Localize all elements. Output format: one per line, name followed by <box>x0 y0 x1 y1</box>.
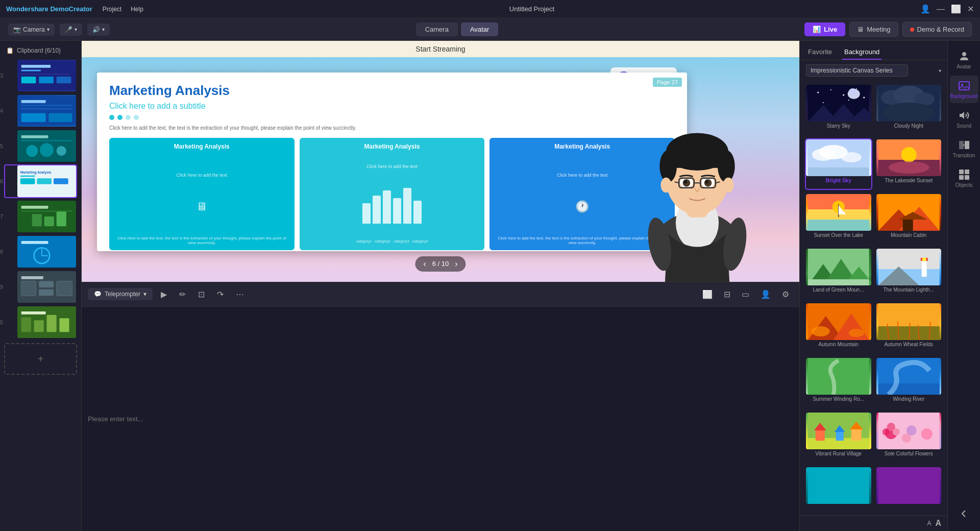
bg-mountain-light[interactable]: The Mountain Lighth... <box>875 248 943 299</box>
svg-point-99 <box>888 161 929 174</box>
mic-tool-btn[interactable]: 🎤 ▾ <box>60 23 82 36</box>
camera-tool-btn[interactable]: 📷 Camera ▾ <box>8 23 55 36</box>
draw-btn[interactable]: ✏ <box>175 287 190 302</box>
tab-favorite[interactable]: Favorite <box>806 45 834 60</box>
bar-3 <box>383 190 391 224</box>
live-button[interactable]: 📊 Live <box>804 22 845 36</box>
filter-arrow-icon: ▾ <box>939 68 941 74</box>
slide-item-5[interactable]: 5 <box>4 129 77 163</box>
svg-rect-162 <box>965 170 969 174</box>
slide-thumb-4 <box>17 95 76 127</box>
bg-thumb-autumn-mtn <box>806 303 871 340</box>
bg-bright-sky[interactable]: Bright Sky <box>805 138 872 190</box>
sidebar-item-sound[interactable]: Sound <box>950 105 978 133</box>
maximize-btn[interactable]: ⬜ <box>951 4 961 14</box>
svg-point-18 <box>57 146 66 156</box>
screen-tool-1[interactable]: ⬜ <box>698 287 717 302</box>
svg-rect-164 <box>965 175 969 180</box>
bg-cloudy-night[interactable]: Cloudy Night <box>875 84 943 135</box>
svg-text:Marketing Analysis: Marketing Analysis <box>20 171 52 175</box>
bg-sunset-lake[interactable]: Sunset Over the Lake <box>805 193 872 245</box>
sidebar-item-background[interactable]: Background <box>950 76 978 103</box>
svg-rect-14 <box>21 135 48 138</box>
svg-rect-5 <box>39 77 54 83</box>
settings-tool[interactable]: ⚙ <box>778 287 793 302</box>
add-slide-button[interactable]: + <box>4 343 77 375</box>
screen-tool-4[interactable]: 👤 <box>756 287 775 302</box>
bg-label-winding-river: Winding River <box>876 395 942 403</box>
bg-sole-flowers[interactable]: Sole Colorful Flowers <box>875 412 943 463</box>
demo-record-button[interactable]: Demo & Record <box>902 22 972 37</box>
slide-item-4[interactable]: 4 <box>4 94 77 128</box>
more-btn[interactable]: ⋯ <box>232 287 248 302</box>
minimize-btn[interactable]: — <box>937 5 945 14</box>
title-bar: Wondershare DemoCreator Project Help Unt… <box>0 0 980 18</box>
svg-rect-15 <box>21 140 72 141</box>
window-title: Untitled Project <box>509 5 554 13</box>
bg-more-2[interactable] <box>875 466 943 512</box>
card3-icon: 🕐 <box>575 200 589 213</box>
bg-mountain-cabin[interactable]: Mountain Cabin <box>875 193 943 245</box>
bg-vibrant-rural[interactable]: Vibrant Rural Village <box>805 412 872 463</box>
svg-point-76 <box>843 94 844 96</box>
bg-autumn-wheat[interactable]: Autumn Wheat Fields <box>875 302 943 354</box>
expand-panel-btn[interactable] <box>959 509 969 526</box>
sidebar-item-avatar[interactable]: Avatar <box>950 46 978 74</box>
teleprompter-input[interactable] <box>88 415 793 423</box>
svg-point-75 <box>830 89 831 90</box>
bg-starry-sky[interactable]: Starry Sky <box>805 84 872 135</box>
user-icon[interactable]: 👤 <box>920 4 930 14</box>
font-size-A-large[interactable]: A <box>935 519 941 528</box>
bg-summer-winding[interactable]: Summer Winding Ro... <box>805 357 872 408</box>
forward-btn[interactable]: ↷ <box>213 287 228 302</box>
svg-point-69 <box>660 177 671 192</box>
bg-label-mountain-cabin: Mountain Cabin <box>876 231 942 239</box>
filter-select[interactable]: Impressionistic Canvas Series <box>806 64 908 77</box>
menu-help[interactable]: Help <box>131 6 143 13</box>
slide-item-6[interactable]: 6 Marketing Analysis <box>4 164 77 198</box>
close-btn[interactable]: ✕ <box>967 4 974 14</box>
slide-item-9[interactable]: 9 <box>4 270 77 304</box>
bg-more-1[interactable] <box>805 466 872 512</box>
play-btn[interactable]: ▶ <box>157 287 171 302</box>
svg-rect-139 <box>816 430 825 441</box>
bg-label-land-green: Land of Green Moun... <box>806 285 871 294</box>
camera-tab[interactable]: Camera <box>416 22 458 36</box>
svg-rect-11 <box>21 113 46 122</box>
next-slide-btn[interactable]: › <box>455 259 457 269</box>
slide-thumb-8 <box>17 236 76 268</box>
svg-point-57 <box>718 150 735 182</box>
slide-item-8[interactable]: 8 <box>4 235 77 269</box>
bg-autumn-mountain[interactable]: Autumn Mountain <box>805 302 872 354</box>
prev-slide-btn[interactable]: ‹ <box>423 259 426 269</box>
layout-btn[interactable]: ⊡ <box>194 287 209 302</box>
slide-item-3[interactable]: 3 <box>4 59 77 92</box>
sound-icon <box>958 109 970 122</box>
slide-item-7[interactable]: 7 <box>4 200 77 233</box>
svg-rect-27 <box>21 211 72 212</box>
slide-item-10[interactable]: 10 <box>4 305 77 339</box>
font-size-A-small[interactable]: A <box>927 520 931 527</box>
dot-4 <box>134 115 139 120</box>
speaker-tool-btn[interactable]: 🔊 ▾ <box>87 23 110 36</box>
sidebar-item-transition[interactable]: Transition <box>950 135 978 162</box>
screen-tool-2[interactable]: ⊟ <box>720 287 734 302</box>
bg-winding-river[interactable]: Winding River <box>875 357 943 408</box>
avatar-tab[interactable]: Avatar <box>461 22 498 36</box>
bg-label-starry: Starry Sky <box>806 122 871 130</box>
svg-rect-21 <box>20 176 35 177</box>
card3-title: Marketing Analysis <box>554 143 610 150</box>
sidebar-item-objects[interactable]: Objects <box>950 164 978 192</box>
teleprompter-btn[interactable]: 💬 Teleprompter ▾ <box>88 288 153 300</box>
svg-point-74 <box>817 92 819 93</box>
slide-cards: Marketing Analysis Click here to add the… <box>109 138 675 250</box>
clipboard-header: 📋 Clipboard (6/10) <box>0 44 81 57</box>
svg-point-79 <box>823 102 824 103</box>
screen-tool-3[interactable]: ▭ <box>738 287 753 302</box>
bg-land-green[interactable]: Land of Green Moun... <box>805 248 872 299</box>
tab-background[interactable]: Background <box>842 45 881 60</box>
bg-label-vibrant-rural: Vibrant Rural Village <box>806 449 871 458</box>
bg-lakeside-sunset[interactable]: The Lakeside Sunset <box>875 138 943 190</box>
menu-project[interactable]: Project <box>103 6 121 13</box>
meeting-button[interactable]: 🖥 Meeting <box>849 22 898 37</box>
